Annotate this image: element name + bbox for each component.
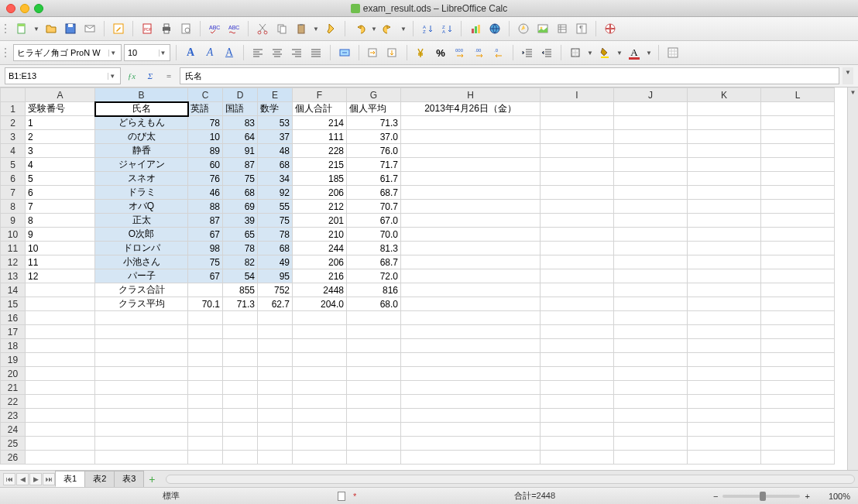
cell[interactable]: [761, 353, 835, 367]
format-paintbrush-icon[interactable]: [322, 20, 339, 37]
cell[interactable]: [401, 381, 541, 395]
open-icon[interactable]: [43, 20, 60, 37]
cell[interactable]: 71.7: [347, 158, 401, 172]
row-header[interactable]: 18: [1, 339, 26, 353]
navigator-icon[interactable]: [515, 20, 532, 37]
cell-grid[interactable]: ABCDEFGHIJKL1受験番号氏名英語国語数学個人合計個人平均2013年4月…: [0, 87, 847, 470]
column-header[interactable]: F: [293, 88, 347, 102]
row-header[interactable]: 23: [1, 409, 26, 423]
cell[interactable]: [401, 325, 541, 339]
cell[interactable]: 752: [258, 283, 293, 297]
cell[interactable]: [293, 339, 347, 353]
cell[interactable]: [95, 311, 188, 325]
cell[interactable]: 48: [258, 144, 293, 158]
cell[interactable]: [258, 367, 293, 381]
cell[interactable]: [258, 381, 293, 395]
font-name-combo[interactable]: ▼: [13, 44, 122, 61]
cell[interactable]: [258, 325, 293, 339]
cell[interactable]: 98: [188, 242, 223, 255]
cell[interactable]: [401, 283, 541, 297]
cell[interactable]: 72.0: [347, 269, 401, 283]
formula-input[interactable]: 氏名: [180, 67, 839, 84]
font-name-input[interactable]: [17, 48, 105, 57]
cell[interactable]: 4: [26, 158, 95, 172]
cell[interactable]: [541, 186, 614, 200]
row-header[interactable]: 2: [1, 116, 26, 130]
cell[interactable]: [26, 283, 95, 297]
cell[interactable]: [347, 339, 401, 353]
cell[interactable]: [761, 144, 835, 158]
cell[interactable]: [761, 297, 835, 311]
sheet-tab[interactable]: 表3: [114, 471, 144, 487]
align-right-icon[interactable]: [288, 44, 305, 61]
cell[interactable]: 78: [223, 242, 258, 255]
cell[interactable]: [223, 423, 258, 437]
cell[interactable]: スネオ: [95, 172, 188, 186]
cell[interactable]: オバQ: [95, 200, 188, 214]
cell[interactable]: [614, 228, 688, 242]
cell[interactable]: 55: [258, 200, 293, 214]
cell[interactable]: 2: [26, 130, 95, 144]
chevron-down-icon[interactable]: ▼: [159, 50, 166, 57]
cell[interactable]: [258, 451, 293, 465]
add-decimal-icon[interactable]: .00: [471, 44, 488, 61]
column-header[interactable]: B: [95, 88, 188, 102]
cell[interactable]: [541, 269, 614, 283]
cell[interactable]: 国語: [223, 102, 258, 116]
cell[interactable]: [26, 395, 95, 409]
row-header[interactable]: 12: [1, 255, 26, 269]
cell[interactable]: [188, 283, 223, 297]
save-icon[interactable]: [62, 20, 79, 37]
underline-icon[interactable]: A: [221, 44, 238, 61]
row-header[interactable]: 26: [1, 451, 26, 465]
cell[interactable]: 7: [26, 200, 95, 214]
cell[interactable]: [401, 409, 541, 423]
cell[interactable]: 70.1: [188, 297, 223, 311]
cell[interactable]: 68.0: [347, 297, 401, 311]
cell[interactable]: 53: [258, 116, 293, 130]
cell[interactable]: [401, 214, 541, 228]
dropdown-arrow-icon[interactable]: ▼: [33, 20, 40, 37]
cell[interactable]: [188, 367, 223, 381]
cell[interactable]: [614, 367, 688, 381]
cell[interactable]: [347, 451, 401, 465]
cell[interactable]: クラス平均: [95, 297, 188, 311]
cell[interactable]: [761, 214, 835, 228]
cell[interactable]: 816: [347, 283, 401, 297]
zoom-percent[interactable]: 100%: [829, 492, 850, 501]
cell[interactable]: [541, 130, 614, 144]
cell[interactable]: [688, 186, 761, 200]
cell[interactable]: [761, 172, 835, 186]
cell[interactable]: [293, 367, 347, 381]
cell[interactable]: 88: [188, 200, 223, 214]
zoom-window-button[interactable]: [34, 4, 43, 13]
cell[interactable]: 206: [293, 186, 347, 200]
cell[interactable]: 静香: [95, 144, 188, 158]
zoom-slider[interactable]: [722, 495, 800, 498]
cell[interactable]: [26, 325, 95, 339]
cell[interactable]: [541, 255, 614, 269]
row-header[interactable]: 7: [1, 186, 26, 200]
column-header[interactable]: E: [258, 88, 293, 102]
cell[interactable]: 46: [188, 186, 223, 200]
cell[interactable]: O次郎: [95, 228, 188, 242]
cell[interactable]: [26, 381, 95, 395]
cell[interactable]: [188, 353, 223, 367]
cell[interactable]: [614, 172, 688, 186]
cell[interactable]: [688, 395, 761, 409]
grid-lines-icon[interactable]: [664, 44, 681, 61]
select-all-corner[interactable]: [1, 88, 26, 102]
cell[interactable]: [223, 367, 258, 381]
cell[interactable]: [223, 409, 258, 423]
cell[interactable]: [401, 451, 541, 465]
cell[interactable]: 244: [293, 242, 347, 255]
toolbar-handle[interactable]: [5, 21, 9, 36]
cell[interactable]: 67: [188, 269, 223, 283]
autospell-icon[interactable]: ABC: [225, 20, 242, 37]
row-header[interactable]: 3: [1, 130, 26, 144]
cell[interactable]: [688, 116, 761, 130]
cell[interactable]: [293, 311, 347, 325]
cell[interactable]: [223, 311, 258, 325]
cell[interactable]: 92: [258, 186, 293, 200]
cell[interactable]: 78: [258, 228, 293, 242]
